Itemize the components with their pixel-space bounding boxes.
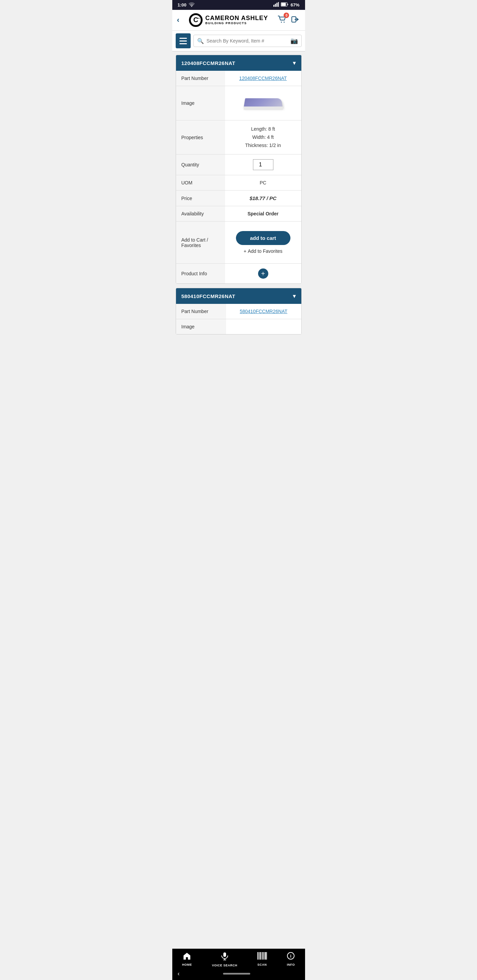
table-row: Part Number 120408FCCMR26NAT: [176, 71, 302, 86]
cart-count: 0: [284, 13, 289, 18]
logo-bottom: BUILDING PRODUCTS: [205, 22, 268, 25]
price-value: $18.77 / PC: [225, 191, 302, 206]
add-to-cart-button[interactable]: add to cart: [236, 231, 290, 245]
search-icon: 🔍: [197, 38, 204, 44]
search-input[interactable]: [207, 38, 288, 43]
header: ‹ C ™ CAMERON ASHLEY BUILDING PRODUCTS 0: [172, 10, 305, 30]
bottom-spacer: [175, 339, 302, 366]
table-row: Price $18.77 / PC: [176, 191, 302, 206]
property-length: Length: 8 ft: [230, 125, 296, 134]
logout-button[interactable]: [290, 14, 300, 25]
product-card-1: 120408FCCMR26NAT ▾ Part Number 120408FCC…: [175, 55, 302, 284]
svg-rect-0: [273, 5, 274, 7]
table-row: Image: [176, 86, 302, 121]
product-info-label: Product Info: [176, 264, 225, 284]
image-value-2: [226, 319, 302, 334]
shingle-under: [244, 107, 283, 110]
availability-text: Special Order: [247, 211, 279, 216]
logo-top: CAMERON ASHLEY: [205, 15, 268, 22]
property-width: Width: 4 ft: [230, 134, 296, 142]
table-row: Add to Cart / Favorites add to cart + Ad…: [176, 221, 302, 264]
camera-icon[interactable]: 📷: [290, 37, 298, 45]
uom-label: UOM: [176, 175, 225, 191]
quantity-value-cell: [225, 154, 302, 175]
chevron-down-icon-2: ▾: [293, 292, 296, 300]
signal-icon: [273, 2, 279, 8]
logo-text: CAMERON ASHLEY BUILDING PRODUCTS: [205, 15, 268, 25]
image-label-2: Image: [176, 319, 226, 334]
add-to-favorites-text: Add to Favorites: [248, 248, 282, 254]
properties-label: Properties: [176, 121, 225, 154]
hamburger-line-3: [179, 43, 187, 44]
wifi-icon: [188, 2, 195, 8]
table-row: Quantity: [176, 154, 302, 175]
back-button[interactable]: ‹: [177, 16, 179, 24]
search-input-wrap: 🔍 📷: [193, 35, 302, 47]
svg-text:™: ™: [197, 18, 200, 21]
price-label: Price: [176, 191, 225, 206]
table-row: Properties Length: 8 ft Width: 4 ft Thic…: [176, 121, 302, 154]
battery-icon: [281, 2, 289, 8]
hamburger-line-2: [179, 40, 187, 41]
product-info-table-2: Part Number 580410FCCMR26NAT Image: [176, 304, 302, 334]
part-number-value-2: 580410FCCMR26NAT: [226, 304, 302, 319]
properties-text: Length: 8 ft Width: 4 ft Thickness: 1/2 …: [230, 125, 296, 150]
svg-rect-1: [275, 4, 276, 7]
properties-value: Length: 8 ft Width: 4 ft Thickness: 1/2 …: [225, 121, 302, 154]
logo-circle: C ™: [189, 13, 203, 27]
cart-fav-cell: add to cart + Add to Favorites: [230, 226, 296, 259]
plus-icon: +: [243, 248, 246, 254]
table-row: Product Info +: [176, 264, 302, 284]
product-card-2: 580410FCCMR26NAT ▾ Part Number 580410FCC…: [175, 288, 302, 334]
product-image-placeholder: [243, 93, 284, 113]
battery-percentage: 67%: [290, 2, 299, 8]
product-image: [225, 86, 302, 121]
uom-value: PC: [225, 175, 302, 191]
part-number-link[interactable]: 120408FCCMR26NAT: [239, 76, 287, 81]
cart-fav-label: Add to Cart / Favorites: [176, 221, 225, 264]
logo: C ™ CAMERON ASHLEY BUILDING PRODUCTS: [189, 13, 268, 27]
time-display: 1:00: [178, 2, 187, 8]
image-label: Image: [176, 86, 225, 121]
product-info-table-1: Part Number 120408FCCMR26NAT Image Pr: [176, 71, 302, 283]
search-bar: 🔍 📷: [172, 30, 305, 51]
menu-button[interactable]: [175, 33, 191, 48]
product-info-button[interactable]: +: [258, 269, 268, 279]
part-number-label-2: Part Number: [176, 304, 226, 319]
svg-rect-3: [278, 2, 279, 7]
chevron-down-icon-1: ▾: [293, 59, 296, 67]
table-row: Part Number 580410FCCMR26NAT: [176, 304, 302, 319]
content: 120408FCCMR26NAT ▾ Part Number 120408FCC…: [172, 51, 305, 369]
status-right: 67%: [273, 2, 299, 8]
table-row: UOM PC: [176, 175, 302, 191]
table-row: Availability Special Order: [176, 206, 302, 221]
svg-point-9: [281, 22, 282, 23]
add-to-favorites-link[interactable]: + Add to Favorites: [243, 248, 282, 254]
quantity-label: Quantity: [176, 154, 225, 175]
cart-button[interactable]: 0: [278, 14, 287, 25]
part-number-value: 120408FCCMR26NAT: [225, 71, 302, 86]
svg-point-10: [284, 22, 285, 23]
part-number-link-2[interactable]: 580410FCCMR26NAT: [240, 309, 287, 314]
part-number-label: Part Number: [176, 71, 225, 86]
svg-rect-2: [276, 3, 278, 7]
status-left: 1:00: [178, 2, 195, 8]
quantity-input[interactable]: [253, 159, 273, 170]
product-header-1[interactable]: 120408FCCMR26NAT ▾: [176, 55, 302, 71]
cart-fav-value: add to cart + Add to Favorites: [225, 221, 302, 264]
price-text: $18.77 / PC: [250, 195, 276, 201]
product-title-2: 580410FCCMR26NAT: [182, 293, 236, 299]
product-title-1: 120408FCCMR26NAT: [182, 60, 236, 66]
svg-rect-5: [282, 3, 286, 6]
availability-label: Availability: [176, 206, 225, 221]
property-thickness: Thickness: 1/2 in: [230, 142, 296, 150]
availability-value: Special Order: [225, 206, 302, 221]
hamburger-line-1: [179, 38, 187, 39]
table-row: Image: [176, 319, 302, 334]
header-icons: 0: [278, 14, 300, 25]
status-bar: 1:00 67%: [172, 0, 305, 10]
product-header-2[interactable]: 580410FCCMR26NAT ▾: [176, 288, 302, 304]
product-info-value: +: [225, 264, 302, 284]
